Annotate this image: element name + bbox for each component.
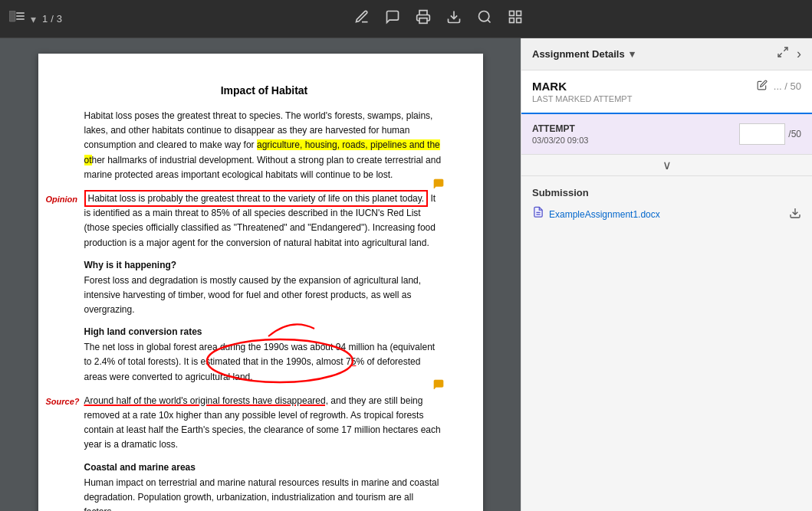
circled-text: during the 1990s was about 94 million ha — [220, 342, 387, 352]
panel-next-icon[interactable]: › — [797, 46, 801, 62]
para-1: Habitat loss poses the greatest threat t… — [84, 109, 445, 182]
opinion-sentence: Habitat loss is probably the greatest th… — [84, 190, 429, 207]
svg-line-14 — [778, 53, 782, 57]
svg-rect-8 — [510, 11, 514, 16]
print-icon[interactable] — [416, 9, 431, 28]
attempt-row: ATTEMPT 03/03/20 09:03 /50 — [532, 123, 801, 145]
page-total: 3 — [57, 13, 62, 25]
download-icon[interactable] — [446, 9, 462, 28]
panel-title-text: Assignment Details — [532, 48, 625, 60]
file-download-icon[interactable] — [789, 207, 801, 222]
svg-rect-10 — [517, 18, 521, 23]
mark-label-block: MARK LAST MARKED ATTEMPT — [532, 80, 632, 103]
grid-icon[interactable] — [508, 9, 523, 28]
para-land: The net loss in global forest area durin… — [84, 340, 445, 385]
expand-icon[interactable] — [777, 46, 789, 62]
attempt-label: ATTEMPT — [532, 123, 588, 134]
doc-title: Impact of Habitat — [84, 84, 445, 97]
right-panel: Assignment Details ▾ › MARK LAST MARKED … — [521, 38, 812, 511]
toolbar-left: ▾ 1 / 3 — [9, 11, 62, 27]
svg-rect-1 — [16, 12, 25, 14]
subhead-why: Why is it happening? — [84, 260, 445, 270]
panel-title-arrow-icon[interactable]: ▾ — [630, 48, 635, 60]
main-content: Impact of Habitat Habitat loss poses the… — [0, 38, 812, 511]
mark-edit-icon[interactable] — [757, 80, 768, 93]
attempt-score-field[interactable] — [739, 123, 785, 145]
svg-rect-4 — [419, 18, 427, 24]
mark-section: MARK LAST MARKED ATTEMPT ... / 50 — [521, 70, 812, 114]
subhead-coastal: Coastal and marine areas — [84, 462, 445, 473]
annotate-icon[interactable] — [354, 9, 370, 28]
collapse-row[interactable]: ∨ — [521, 155, 812, 176]
svg-rect-2 — [16, 15, 25, 17]
sidebar-toggle-icon[interactable] — [9, 11, 25, 27]
panel-header-icons: › — [777, 46, 801, 62]
panel-header: Assignment Details ▾ › — [521, 38, 812, 70]
collapse-icon: ∨ — [662, 158, 672, 172]
attempt-label-block: ATTEMPT 03/03/20 09:03 — [532, 123, 588, 145]
submission-section: Submission ExampleAssignment1.docx — [521, 176, 812, 234]
comment-icon[interactable] — [385, 9, 400, 28]
submission-label: Submission — [532, 187, 801, 198]
subhead-land: High land conversion rates — [84, 326, 445, 337]
annotation-opinion: Opinion — [46, 193, 78, 207]
mark-title: MARK — [532, 80, 632, 93]
score-sep: / 50 — [784, 80, 801, 92]
page-sep: / — [51, 13, 54, 25]
para-why: Forest loss and degradation is mostly ca… — [84, 274, 445, 318]
file-doc-icon — [532, 206, 544, 223]
attempt-score-input: /50 — [739, 123, 801, 145]
comment-bubble-icon-2[interactable] — [432, 378, 445, 395]
nav-down-icon[interactable]: ▾ — [31, 13, 36, 25]
mark-score-block: ... / 50 — [757, 80, 801, 93]
toolbar: ▾ 1 / 3 — [0, 0, 812, 38]
svg-rect-0 — [9, 11, 15, 21]
comment-bubble-icon-1[interactable] — [432, 178, 445, 192]
page-current: 1 — [42, 13, 48, 25]
svg-rect-9 — [517, 11, 521, 16]
svg-rect-3 — [16, 18, 25, 20]
svg-line-7 — [488, 20, 491, 23]
mark-score-display: ... / 50 — [774, 80, 801, 92]
mark-subtitle: LAST MARKED ATTEMPT — [532, 94, 632, 103]
attempt-score-max: /50 — [788, 129, 801, 139]
para-opinion: Opinion Habitat loss is probably the gre… — [84, 192, 445, 251]
highlight-agriculture: agriculture, housing, roads, pipelines a… — [84, 139, 440, 165]
document-page: Impact of Habitat Habitat loss poses the… — [38, 54, 483, 511]
svg-rect-11 — [510, 18, 514, 23]
file-row: ExampleAssignment1.docx — [532, 206, 801, 223]
para-source: Source? Around half of the world's origi… — [84, 394, 445, 453]
file-name: ExampleAssignment1.docx — [549, 209, 660, 220]
svg-point-6 — [479, 11, 489, 21]
file-link[interactable]: ExampleAssignment1.docx — [532, 206, 660, 223]
source-sentence: Around half of the world's original fore… — [84, 395, 328, 406]
attempt-section: ATTEMPT 03/03/20 09:03 /50 — [521, 114, 812, 155]
search-icon[interactable] — [477, 9, 492, 28]
svg-line-13 — [784, 47, 787, 51]
attempt-date: 03/03/20 09:03 — [532, 136, 588, 145]
panel-header-title: Assignment Details ▾ — [532, 48, 635, 60]
page-indicator: 1 / 3 — [42, 13, 62, 25]
toolbar-center — [74, 9, 803, 28]
annotation-source: Source? — [46, 395, 80, 409]
score-dots: ... — [774, 80, 784, 92]
document-area: Impact of Habitat Habitat loss poses the… — [0, 38, 521, 511]
mark-row: MARK LAST MARKED ATTEMPT ... / 50 — [532, 80, 801, 103]
para-coastal: Human impact on terrestrial and marine n… — [84, 476, 445, 511]
